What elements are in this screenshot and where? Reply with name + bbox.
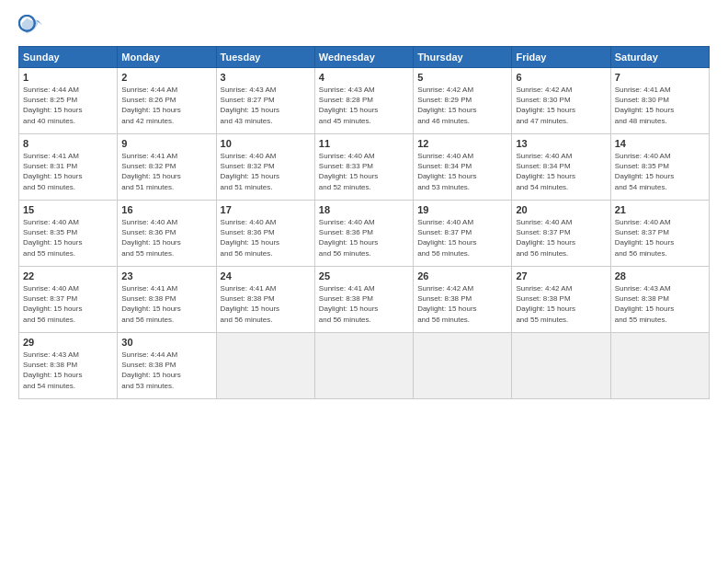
day-info: Sunrise: 4:44 AM Sunset: 8:25 PM Dayligh…	[23, 85, 113, 126]
day-info: Sunrise: 4:40 AM Sunset: 8:35 PM Dayligh…	[615, 151, 705, 192]
day-number: 24	[221, 270, 311, 282]
calendar-day-cell: 22Sunrise: 4:40 AM Sunset: 8:37 PM Dayli…	[19, 267, 118, 333]
logo-icon	[18, 15, 44, 40]
day-info: Sunrise: 4:43 AM Sunset: 8:38 PM Dayligh…	[615, 283, 705, 325]
calendar-day-cell: 8Sunrise: 4:41 AM Sunset: 8:31 PM Daylig…	[19, 134, 118, 201]
calendar-week-row: 8Sunrise: 4:41 AM Sunset: 8:31 PM Daylig…	[19, 134, 710, 201]
day-info: Sunrise: 4:40 AM Sunset: 8:37 PM Dayligh…	[23, 283, 113, 325]
day-number: 15	[23, 204, 113, 215]
calendar-week-row: 15Sunrise: 4:40 AM Sunset: 8:35 PM Dayli…	[19, 201, 710, 267]
calendar-day-cell: 7Sunrise: 4:41 AM Sunset: 8:30 PM Daylig…	[610, 68, 709, 134]
day-number: 26	[417, 270, 507, 282]
day-info: Sunrise: 4:43 AM Sunset: 8:28 PM Dayligh…	[319, 85, 409, 126]
logo	[18, 15, 48, 40]
calendar-day-cell: 13Sunrise: 4:40 AM Sunset: 8:34 PM Dayli…	[512, 134, 610, 201]
calendar-day-cell	[512, 333, 610, 399]
calendar-day-cell: 10Sunrise: 4:40 AM Sunset: 8:32 PM Dayli…	[216, 134, 314, 201]
day-info: Sunrise: 4:40 AM Sunset: 8:34 PM Dayligh…	[516, 151, 606, 192]
day-info: Sunrise: 4:40 AM Sunset: 8:36 PM Dayligh…	[121, 217, 211, 259]
weekday-header-saturday: Saturday	[610, 47, 709, 68]
weekday-header-monday: Monday	[118, 47, 216, 68]
calendar-day-cell: 1Sunrise: 4:44 AM Sunset: 8:25 PM Daylig…	[19, 68, 118, 134]
weekday-header-sunday: Sunday	[19, 47, 118, 68]
day-number: 18	[319, 204, 409, 215]
day-info: Sunrise: 4:41 AM Sunset: 8:38 PM Dayligh…	[121, 283, 211, 325]
calendar-day-cell	[314, 333, 413, 399]
day-number: 28	[615, 270, 705, 282]
day-info: Sunrise: 4:42 AM Sunset: 8:30 PM Dayligh…	[516, 85, 606, 126]
calendar-week-row: 1Sunrise: 4:44 AM Sunset: 8:25 PM Daylig…	[19, 68, 710, 134]
calendar-day-cell: 4Sunrise: 4:43 AM Sunset: 8:28 PM Daylig…	[314, 68, 413, 134]
day-info: Sunrise: 4:42 AM Sunset: 8:38 PM Dayligh…	[516, 283, 606, 325]
calendar-day-cell: 21Sunrise: 4:40 AM Sunset: 8:37 PM Dayli…	[610, 201, 709, 267]
page: SundayMondayTuesdayWednesdayThursdayFrid…	[0, 0, 728, 563]
day-info: Sunrise: 4:40 AM Sunset: 8:33 PM Dayligh…	[319, 151, 409, 192]
calendar-day-cell: 24Sunrise: 4:41 AM Sunset: 8:38 PM Dayli…	[216, 267, 314, 333]
day-number: 29	[23, 337, 113, 348]
day-info: Sunrise: 4:40 AM Sunset: 8:37 PM Dayligh…	[615, 217, 705, 259]
calendar-day-cell	[414, 333, 512, 399]
calendar-day-cell: 9Sunrise: 4:41 AM Sunset: 8:32 PM Daylig…	[118, 134, 216, 201]
calendar-day-cell: 29Sunrise: 4:43 AM Sunset: 8:38 PM Dayli…	[19, 333, 118, 399]
day-info: Sunrise: 4:40 AM Sunset: 8:37 PM Dayligh…	[417, 217, 507, 259]
calendar-day-cell: 25Sunrise: 4:41 AM Sunset: 8:38 PM Dayli…	[314, 267, 413, 333]
day-number: 2	[121, 72, 211, 83]
day-info: Sunrise: 4:40 AM Sunset: 8:37 PM Dayligh…	[516, 217, 606, 259]
calendar-week-row: 29Sunrise: 4:43 AM Sunset: 8:38 PM Dayli…	[19, 333, 710, 399]
day-info: Sunrise: 4:40 AM Sunset: 8:35 PM Dayligh…	[23, 217, 113, 259]
day-number: 16	[121, 204, 211, 215]
day-number: 25	[319, 270, 409, 282]
day-info: Sunrise: 4:40 AM Sunset: 8:32 PM Dayligh…	[221, 151, 311, 192]
day-number: 22	[23, 270, 113, 282]
calendar-day-cell: 23Sunrise: 4:41 AM Sunset: 8:38 PM Dayli…	[118, 267, 216, 333]
day-number: 14	[615, 138, 705, 149]
calendar-day-cell: 18Sunrise: 4:40 AM Sunset: 8:36 PM Dayli…	[314, 201, 413, 267]
weekday-header-row: SundayMondayTuesdayWednesdayThursdayFrid…	[19, 47, 710, 68]
calendar-day-cell: 19Sunrise: 4:40 AM Sunset: 8:37 PM Dayli…	[414, 201, 512, 267]
day-number: 9	[121, 138, 211, 149]
day-info: Sunrise: 4:40 AM Sunset: 8:36 PM Dayligh…	[319, 217, 409, 259]
day-number: 1	[23, 72, 113, 83]
calendar-day-cell: 5Sunrise: 4:42 AM Sunset: 8:29 PM Daylig…	[414, 68, 512, 134]
calendar-day-cell: 14Sunrise: 4:40 AM Sunset: 8:35 PM Dayli…	[610, 134, 709, 201]
day-number: 21	[615, 204, 705, 215]
day-number: 17	[221, 204, 311, 215]
day-info: Sunrise: 4:41 AM Sunset: 8:38 PM Dayligh…	[319, 283, 409, 325]
day-info: Sunrise: 4:40 AM Sunset: 8:34 PM Dayligh…	[417, 151, 507, 192]
day-info: Sunrise: 4:43 AM Sunset: 8:27 PM Dayligh…	[221, 85, 311, 126]
calendar-day-cell: 12Sunrise: 4:40 AM Sunset: 8:34 PM Dayli…	[414, 134, 512, 201]
day-info: Sunrise: 4:43 AM Sunset: 8:38 PM Dayligh…	[23, 350, 113, 391]
weekday-header-thursday: Thursday	[414, 47, 512, 68]
calendar-day-cell: 3Sunrise: 4:43 AM Sunset: 8:27 PM Daylig…	[216, 68, 314, 134]
calendar-day-cell: 6Sunrise: 4:42 AM Sunset: 8:30 PM Daylig…	[512, 68, 610, 134]
day-info: Sunrise: 4:41 AM Sunset: 8:31 PM Dayligh…	[23, 151, 113, 192]
day-info: Sunrise: 4:42 AM Sunset: 8:29 PM Dayligh…	[417, 85, 507, 126]
header	[18, 15, 710, 40]
day-number: 4	[319, 72, 409, 83]
calendar-day-cell: 11Sunrise: 4:40 AM Sunset: 8:33 PM Dayli…	[314, 134, 413, 201]
day-number: 11	[319, 138, 409, 149]
day-number: 20	[516, 204, 606, 215]
weekday-header-friday: Friday	[512, 47, 610, 68]
day-number: 23	[121, 270, 211, 282]
calendar-week-row: 22Sunrise: 4:40 AM Sunset: 8:37 PM Dayli…	[19, 267, 710, 333]
day-number: 12	[417, 138, 507, 149]
calendar-day-cell: 20Sunrise: 4:40 AM Sunset: 8:37 PM Dayli…	[512, 201, 610, 267]
day-number: 27	[516, 270, 606, 282]
day-number: 19	[417, 204, 507, 215]
calendar-day-cell: 17Sunrise: 4:40 AM Sunset: 8:36 PM Dayli…	[216, 201, 314, 267]
day-number: 3	[221, 72, 311, 83]
calendar-day-cell: 27Sunrise: 4:42 AM Sunset: 8:38 PM Dayli…	[512, 267, 610, 333]
day-number: 13	[516, 138, 606, 149]
calendar-day-cell: 16Sunrise: 4:40 AM Sunset: 8:36 PM Dayli…	[118, 201, 216, 267]
day-info: Sunrise: 4:40 AM Sunset: 8:36 PM Dayligh…	[221, 217, 311, 259]
calendar-day-cell: 30Sunrise: 4:44 AM Sunset: 8:38 PM Dayli…	[118, 333, 216, 399]
day-info: Sunrise: 4:41 AM Sunset: 8:32 PM Dayligh…	[121, 151, 211, 192]
day-info: Sunrise: 4:41 AM Sunset: 8:30 PM Dayligh…	[615, 85, 705, 126]
weekday-header-tuesday: Tuesday	[216, 47, 314, 68]
day-info: Sunrise: 4:42 AM Sunset: 8:38 PM Dayligh…	[417, 283, 507, 325]
day-number: 8	[23, 138, 113, 149]
day-number: 10	[221, 138, 311, 149]
calendar-day-cell: 2Sunrise: 4:44 AM Sunset: 8:26 PM Daylig…	[118, 68, 216, 134]
calendar-day-cell	[216, 333, 314, 399]
